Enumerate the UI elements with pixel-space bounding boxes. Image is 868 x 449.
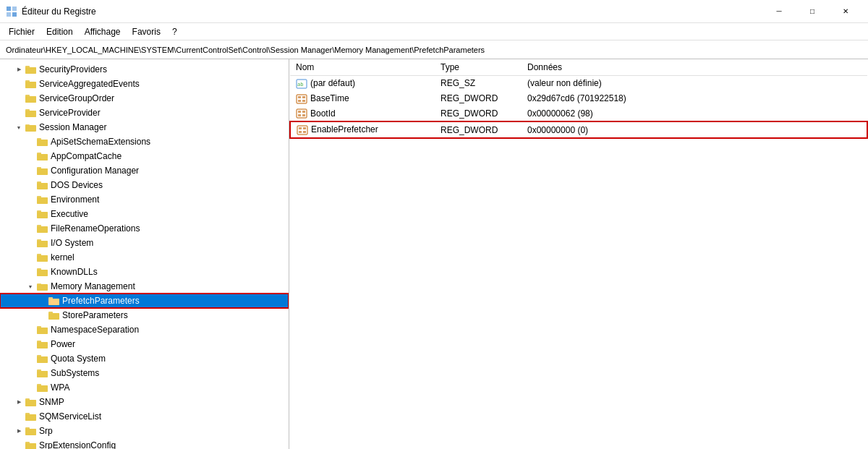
tree-item-Executive[interactable]: Executive bbox=[0, 207, 289, 221]
folder-icon-WPA bbox=[37, 382, 48, 393]
tree-item-PrefetchParameters[interactable]: PrefetchParameters bbox=[0, 294, 289, 308]
expand-btn-ConfigurationManager bbox=[26, 166, 35, 175]
menu-edition[interactable]: Edition bbox=[41, 25, 79, 38]
menu-bar: Fichier Edition Affichage Favoris ? bbox=[0, 23, 868, 40]
tree-label-Environment: Environment bbox=[51, 194, 99, 205]
tree-item-ServiceGroupOrder[interactable]: ServiceGroupOrder bbox=[0, 91, 289, 106]
tree-item-SecurityProviders[interactable]: ▶ SecurityProviders bbox=[0, 62, 289, 77]
cell-type-EnablePrefetcher: REG_DWORD bbox=[435, 121, 522, 138]
svg-rect-15 bbox=[25, 111, 36, 117]
expand-btn-WPA bbox=[26, 383, 35, 392]
tree-item-SubSystems[interactable]: SubSystems bbox=[0, 366, 289, 380]
col-donnees[interactable]: Données bbox=[522, 59, 867, 76]
col-type[interactable]: Type bbox=[435, 59, 522, 76]
cell-data-EnablePrefetcher: 0x00000000 (0) bbox=[522, 121, 867, 138]
svg-rect-27 bbox=[37, 168, 48, 175]
tree-panel[interactable]: ▶ SecurityProviders ServiceAggregatedEve… bbox=[0, 59, 289, 449]
tree-item-ConfigurationManager[interactable]: Configuration Manager bbox=[0, 163, 289, 178]
expand-btn-SQMServiceList bbox=[14, 412, 23, 421]
tree-item-KnownDLLs[interactable]: KnownDLLs bbox=[0, 265, 289, 279]
col-nom[interactable]: Nom bbox=[290, 59, 435, 76]
svg-rect-66 bbox=[37, 356, 48, 363]
expand-btn-ServiceProvider bbox=[14, 108, 23, 117]
menu-favoris[interactable]: Favoris bbox=[127, 25, 166, 38]
tree-label-QuotaSystem: Quota System bbox=[51, 354, 106, 364]
tree-label-MemoryManagement: Memory Management bbox=[51, 281, 135, 291]
svg-rect-57 bbox=[48, 313, 59, 320]
folder-icon-QuotaSystem bbox=[37, 354, 48, 364]
tree-item-SessionManager[interactable]: ▼ Session Manager bbox=[0, 120, 289, 134]
expand-btn-SNMP[interactable]: ▶ bbox=[14, 398, 23, 406]
svg-rect-6 bbox=[25, 67, 36, 74]
tree-label-WPA: WPA bbox=[51, 382, 69, 393]
tree-item-Srp[interactable]: ▶ Srp bbox=[0, 424, 289, 438]
tree-item-ServiceAggregatedEvents[interactable]: ServiceAggregatedEvents bbox=[0, 77, 289, 91]
menu-affichage[interactable]: Affichage bbox=[79, 25, 127, 38]
table-row-BaseTime[interactable]: BaseTimeREG_DWORD0x29d67cd6 (701922518) bbox=[290, 91, 867, 106]
tree-item-AppCompatCache[interactable]: AppCompatCache bbox=[0, 149, 289, 163]
expand-btn-MemoryManagement[interactable]: ▼ bbox=[26, 282, 35, 291]
table-row-EnablePrefetcher[interactable]: EnablePrefetcherREG_DWORD0x00000000 (0) bbox=[290, 121, 867, 138]
folder-icon-Power bbox=[37, 339, 48, 349]
tree-item-MemoryManagement[interactable]: ▼ Memory Management bbox=[0, 279, 289, 294]
folder-icon-ConfigurationManager bbox=[37, 166, 48, 176]
close-button[interactable]: ✕ bbox=[829, 0, 862, 23]
folder-icon-ServiceGroupOrder bbox=[25, 93, 37, 103]
menu-help[interactable]: ? bbox=[166, 25, 183, 38]
table-row-BootId[interactable]: BootIdREG_DWORD0x00000062 (98) bbox=[290, 106, 867, 122]
expand-btn-SecurityProviders[interactable]: ▶ bbox=[14, 65, 23, 74]
row-icon-default: ab bbox=[296, 79, 307, 89]
expand-btn-PrefetchParameters bbox=[38, 296, 46, 305]
expand-btn-Srp[interactable]: ▶ bbox=[14, 427, 23, 435]
tree-item-FileRenameOperations[interactable]: FileRenameOperations bbox=[0, 221, 289, 236]
tree-label-ServiceGroupOrder: ServiceGroupOrder bbox=[39, 93, 114, 103]
svg-rect-30 bbox=[37, 183, 48, 189]
tree-label-ServiceAggregatedEvents: ServiceAggregatedEvents bbox=[39, 79, 140, 89]
tree-item-QuotaSystem[interactable]: Quota System bbox=[0, 351, 289, 366]
cell-name-BaseTime: BaseTime bbox=[290, 91, 435, 106]
svg-rect-54 bbox=[48, 299, 59, 305]
tree-item-WPA[interactable]: WPA bbox=[0, 380, 289, 395]
tree-item-ServiceProvider[interactable]: ServiceProvider bbox=[0, 106, 289, 120]
svg-rect-78 bbox=[25, 414, 36, 421]
row-name-text-EnablePrefetcher: EnablePrefetcher bbox=[311, 124, 378, 134]
folder-icon-Environment bbox=[37, 194, 48, 205]
expand-btn-DOSDevices bbox=[26, 181, 35, 189]
tree-item-SQMServiceList[interactable]: SQMServiceList bbox=[0, 409, 289, 424]
tree-item-SNMP[interactable]: ▶ SNMP bbox=[0, 395, 289, 409]
expand-btn-ServiceGroupOrder bbox=[14, 94, 23, 103]
tree-item-Environment[interactable]: Environment bbox=[0, 192, 289, 207]
folder-icon-ServiceAggregatedEvents bbox=[25, 79, 37, 89]
tree-item-StoreParameters[interactable]: StoreParameters bbox=[0, 308, 289, 322]
tree-item-SrpExtensionConfig[interactable]: SrpExtensionConfig bbox=[0, 438, 289, 449]
menu-fichier[interactable]: Fichier bbox=[3, 25, 41, 38]
tree-item-Power[interactable]: Power bbox=[0, 337, 289, 351]
svg-rect-101 bbox=[298, 114, 301, 116]
svg-rect-84 bbox=[25, 443, 36, 449]
tree-item-ApiSetSchemaExtensions[interactable]: ApiSetSchemaExtensions bbox=[0, 134, 289, 149]
expand-btn-AppCompatCache bbox=[26, 152, 35, 161]
row-name-text-BootId: BootId bbox=[310, 108, 336, 119]
svg-rect-96 bbox=[298, 100, 301, 102]
maximize-button[interactable]: □ bbox=[796, 0, 829, 23]
folder-icon-SubSystems bbox=[37, 368, 48, 378]
tree-item-IOSystem[interactable]: I/O System bbox=[0, 236, 289, 250]
tree-item-NamespaceSeparation[interactable]: NamespaceSeparation bbox=[0, 322, 289, 337]
folder-icon-StoreParameters bbox=[48, 310, 60, 320]
table-row-default[interactable]: ab (par défaut)REG_SZ(valeur non définie… bbox=[290, 76, 867, 91]
minimize-button[interactable]: ─ bbox=[762, 0, 796, 23]
folder-icon-kernel bbox=[37, 252, 48, 262]
tree-item-DOSDevices[interactable]: DOS Devices bbox=[0, 178, 289, 192]
svg-rect-106 bbox=[299, 131, 302, 133]
tree-label-ServiceProvider: ServiceProvider bbox=[39, 108, 101, 118]
main-content: ▶ SecurityProviders ServiceAggregatedEve… bbox=[0, 59, 868, 449]
cell-data-BootId: 0x00000062 (98) bbox=[522, 106, 867, 122]
row-icon-BootId bbox=[296, 108, 307, 119]
svg-rect-3 bbox=[12, 12, 17, 17]
expand-btn-SessionManager[interactable]: ▼ bbox=[14, 123, 23, 132]
svg-rect-94 bbox=[298, 96, 301, 98]
svg-rect-104 bbox=[299, 127, 302, 129]
tree-item-kernel[interactable]: kernel bbox=[0, 250, 289, 265]
expand-btn-KnownDLLs bbox=[26, 268, 35, 276]
svg-rect-33 bbox=[37, 197, 48, 204]
